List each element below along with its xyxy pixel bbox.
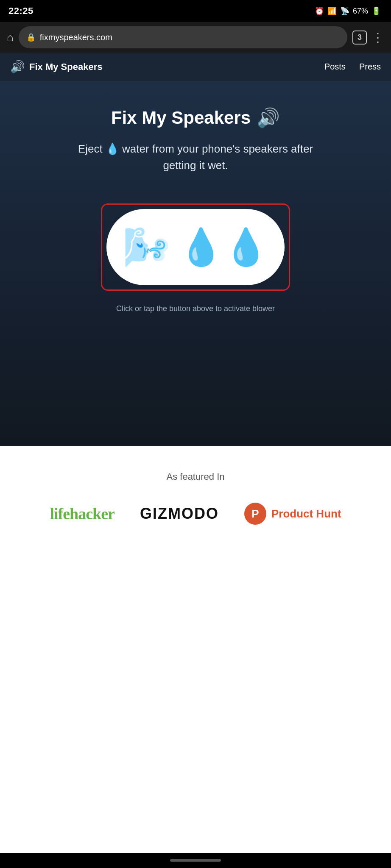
hero-section: Fix My Speakers 🔊 Eject 💧 water from you… xyxy=(0,81,391,446)
lock-icon: 🔒 xyxy=(26,33,36,42)
logo-gizmodo: GIZMODO xyxy=(140,505,219,523)
logo-lifehacker: lifehacker xyxy=(50,504,115,523)
status-icons: ⏰ 📶 📡 67% 🔋 xyxy=(315,6,381,16)
blower-hint: Click or tap the button above to activat… xyxy=(116,304,275,313)
nav-brand: 🔊 Fix My Speakers xyxy=(10,60,102,74)
producthunt-p: P xyxy=(251,507,259,520)
water-drops-emoji: 💧💧 xyxy=(179,226,268,268)
battery-percent: 67% xyxy=(353,7,368,16)
hero-title: Fix My Speakers 🔊 xyxy=(111,107,280,129)
featured-logos: lifehacker GIZMODO P Product Hunt xyxy=(50,503,341,525)
producthunt-circle: P xyxy=(244,503,266,525)
site-nav: 🔊 Fix My Speakers Posts Press xyxy=(0,53,391,81)
nav-handle xyxy=(170,859,221,862)
tab-count[interactable]: 3 xyxy=(352,31,367,45)
nav-link-press[interactable]: Press xyxy=(359,62,381,72)
featured-section: As featured In lifehacker GIZMODO P Prod… xyxy=(0,446,391,573)
speaker-icon: 🔊 xyxy=(10,60,25,74)
blower-button-wrapper: 🌬️ 💧💧 xyxy=(101,203,290,291)
featured-title: As featured In xyxy=(167,471,225,482)
bottom-nav xyxy=(0,853,391,868)
lifehacker-text: lifehacker xyxy=(50,505,115,523)
wind-emoji: 🌬️ xyxy=(123,225,170,270)
gizmodo-text: GIZMODO xyxy=(140,505,219,522)
water-droplet-emoji: 💧 xyxy=(106,142,119,155)
nav-link-posts[interactable]: Posts xyxy=(324,62,346,72)
signal-icon: 📡 xyxy=(340,6,349,16)
address-bar[interactable]: 🔒 fixmyspeakers.com xyxy=(19,26,347,48)
home-button[interactable]: ⌂ xyxy=(7,31,14,44)
wifi-icon: 📶 xyxy=(327,6,337,16)
status-bar: 22:25 ⏰ 📶 📡 67% 🔋 xyxy=(0,0,391,22)
logo-producthunt: P Product Hunt xyxy=(244,503,341,525)
brand-name: Fix My Speakers xyxy=(29,61,102,72)
alarm-icon: ⏰ xyxy=(315,6,324,16)
nav-links: Posts Press xyxy=(324,62,381,72)
hero-title-speaker-icon: 🔊 xyxy=(257,107,280,129)
browser-bar: ⌂ 🔒 fixmyspeakers.com 3 ⋮ xyxy=(0,22,391,53)
url-text: fixmyspeakers.com xyxy=(40,33,340,42)
hero-subtitle: Eject 💧 water from your phone's speakers… xyxy=(64,141,327,174)
hero-title-text: Fix My Speakers xyxy=(111,108,251,128)
menu-dots-icon[interactable]: ⋮ xyxy=(372,31,384,45)
status-time: 22:25 xyxy=(8,6,34,17)
battery-icon: 🔋 xyxy=(371,6,381,16)
blower-button[interactable]: 🌬️ 💧💧 xyxy=(106,209,285,285)
producthunt-text: Product Hunt xyxy=(271,507,341,520)
